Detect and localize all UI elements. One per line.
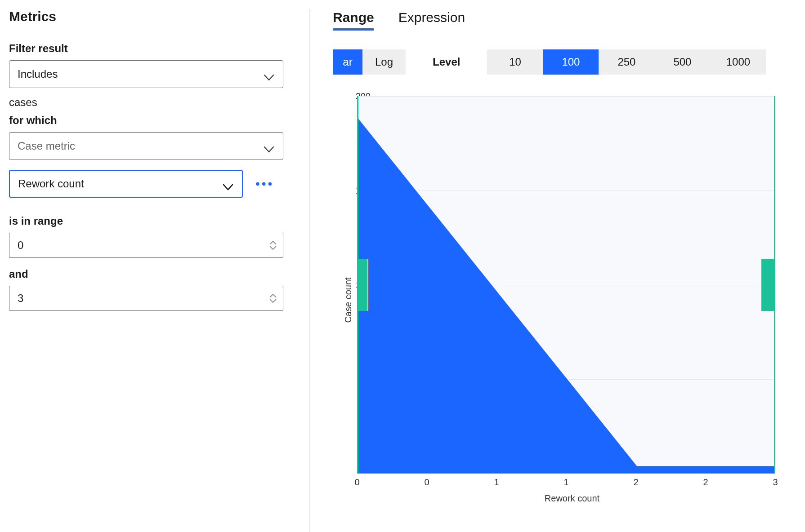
range-to-value: 3	[18, 292, 23, 305]
case-metric-placeholder: Case metric	[18, 140, 75, 152]
and-label: and	[9, 268, 291, 280]
x-tick-label: 1	[494, 477, 499, 488]
chevron-down-icon	[264, 143, 274, 149]
tab-expression[interactable]: Expression	[398, 10, 465, 30]
range-slider-handle-right[interactable]	[761, 259, 775, 311]
tab-bar: Range Expression	[333, 10, 796, 30]
chart-plot-area[interactable]	[357, 96, 775, 474]
x-axis-line	[358, 473, 774, 474]
for-which-label: for which	[9, 114, 291, 127]
scale-linear-button[interactable]: ar	[333, 49, 362, 75]
level-10-button[interactable]: 10	[487, 49, 543, 75]
filter-result-select[interactable]: Includes	[9, 60, 283, 88]
x-tick-label: 2	[633, 477, 638, 488]
range-to-input[interactable]: 3	[9, 286, 283, 311]
level-selector: 10 100 250 500 1000	[487, 49, 766, 75]
chart-panel: Range Expression ar Log Level 10 100 250…	[310, 9, 796, 532]
x-tick-label: 3	[773, 477, 778, 488]
range-from-value: 0	[18, 239, 23, 252]
chevron-down-icon	[264, 71, 274, 77]
level-label: Level	[433, 56, 460, 68]
more-options-button[interactable]: •••	[255, 177, 274, 190]
scale-toggle: ar Log	[333, 49, 406, 75]
cases-label: cases	[9, 96, 291, 109]
range-slider-handle-left[interactable]	[357, 259, 368, 311]
case-metric-select[interactable]: Case metric	[9, 132, 283, 160]
spinner-down-icon[interactable]	[269, 299, 277, 303]
chevron-down-icon	[223, 181, 233, 187]
filter-result-label: Filter result	[9, 42, 291, 55]
x-axis-ticks: 0011223	[357, 477, 775, 491]
metric-select[interactable]: Rework count	[9, 170, 243, 198]
spinner-down-icon[interactable]	[269, 246, 277, 250]
range-from-input[interactable]: 0	[9, 233, 283, 258]
x-axis-label: Rework count	[357, 493, 787, 504]
level-100-button[interactable]: 100	[543, 49, 599, 75]
panel-title: Metrics	[9, 9, 291, 24]
level-500-button[interactable]: 500	[654, 49, 710, 75]
x-tick-label: 0	[354, 477, 359, 488]
spinner-up-icon[interactable]	[269, 240, 277, 245]
tab-range[interactable]: Range	[333, 10, 374, 30]
metrics-panel: Metrics Filter result Includes cases for…	[9, 9, 310, 532]
spinner-up-icon[interactable]	[269, 293, 277, 298]
chart-area-series	[358, 96, 774, 474]
x-tick-label: 2	[703, 477, 708, 488]
level-1000-button[interactable]: 1000	[710, 49, 766, 75]
x-tick-label: 1	[564, 477, 568, 488]
scale-log-button[interactable]: Log	[362, 49, 406, 75]
range-label: is in range	[9, 215, 291, 227]
filter-result-value: Includes	[18, 68, 58, 80]
metric-value: Rework count	[18, 177, 84, 190]
svg-marker-0	[358, 119, 774, 474]
x-tick-label: 0	[424, 477, 429, 488]
level-250-button[interactable]: 250	[599, 49, 654, 75]
